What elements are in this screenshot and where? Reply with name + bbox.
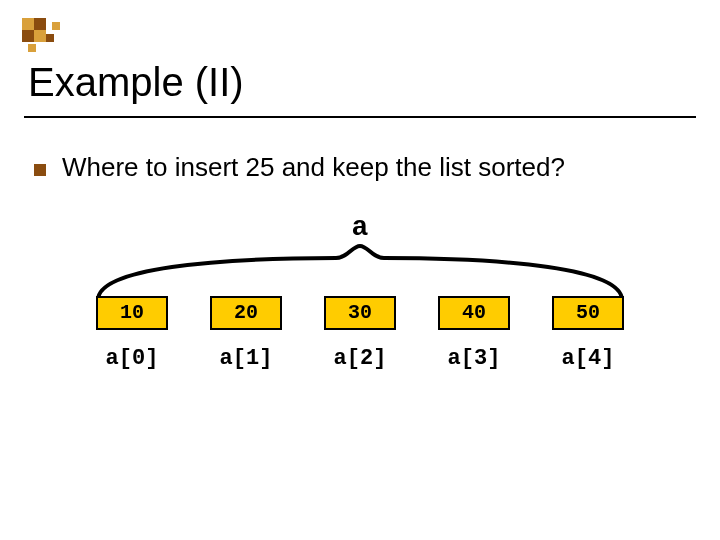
slide: Example (II) Where to insert 25 and keep… [0, 0, 720, 540]
array-indices: a[0] a[1] a[2] a[3] a[4] [96, 346, 624, 371]
bullet-icon [34, 164, 46, 176]
array-index-label: a[3] [438, 346, 510, 371]
slide-title: Example (II) [28, 60, 244, 105]
array-index-label: a[2] [324, 346, 396, 371]
bullet-row: Where to insert 25 and keep the list sor… [34, 152, 565, 183]
array-cells: 10 20 30 40 50 [96, 296, 624, 330]
bullet-text: Where to insert 25 and keep the list sor… [62, 152, 565, 183]
array-cell: 30 [324, 296, 396, 330]
array-cell: 10 [96, 296, 168, 330]
array-cell: 40 [438, 296, 510, 330]
array-brace [96, 244, 624, 304]
array-name-label: a [0, 212, 720, 243]
array-cell: 50 [552, 296, 624, 330]
brace-icon [96, 244, 624, 304]
array-index-label: a[1] [210, 346, 282, 371]
title-underline [24, 116, 696, 118]
array-index-label: a[4] [552, 346, 624, 371]
corner-logo [22, 18, 78, 52]
array-cell: 20 [210, 296, 282, 330]
array-index-label: a[0] [96, 346, 168, 371]
